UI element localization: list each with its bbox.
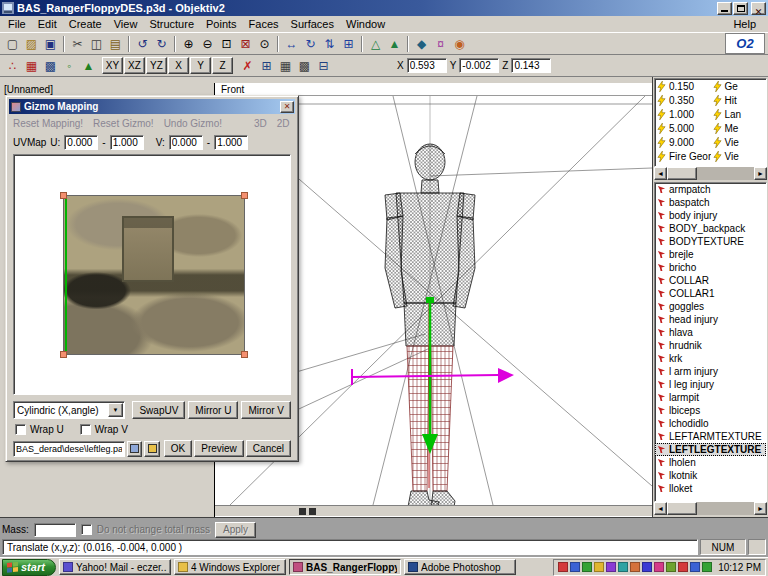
menu-item[interactable]: File xyxy=(2,17,32,31)
uv-handle-top-right[interactable] xyxy=(241,192,248,199)
preview-button[interactable]: Preview xyxy=(194,440,244,457)
select-lasso-icon[interactable]: ▩ xyxy=(41,57,60,75)
lod-item[interactable]: Vie xyxy=(711,135,767,149)
lod-item[interactable]: Hit xyxy=(711,93,767,107)
window-titlebar[interactable]: BAS_RangerFloppyDES.p3d - Objektiv2 xyxy=(0,0,768,16)
menu-item[interactable]: Create xyxy=(63,17,108,31)
splitter-notch[interactable] xyxy=(309,508,316,515)
selection-item[interactable]: baspatch xyxy=(655,196,766,209)
menu-item[interactable]: View xyxy=(108,17,144,31)
maximize-button[interactable] xyxy=(733,2,748,15)
scrollbar-thumb[interactable] xyxy=(667,167,697,180)
selection-item[interactable]: COLLAR1 xyxy=(655,287,766,300)
menu-item[interactable]: Faces xyxy=(243,17,285,31)
axis-toggle-button[interactable]: Y xyxy=(190,57,211,74)
start-button[interactable]: start xyxy=(2,559,56,576)
triangulate-icon[interactable]: ◆ xyxy=(412,35,431,53)
tray-icon[interactable] xyxy=(654,562,664,572)
copy-icon[interactable]: ◫ xyxy=(87,35,106,53)
task-objektiv2[interactable]: BAS_RangerFloppy... xyxy=(289,559,401,575)
zoom-in-icon[interactable]: ⊕ xyxy=(179,35,198,53)
lod-item[interactable]: 1.000 xyxy=(655,107,711,121)
zoom-all-icon[interactable]: ⊠ xyxy=(236,35,255,53)
faces-mode-icon[interactable]: ▦ xyxy=(22,57,41,75)
redo-icon[interactable]: ↻ xyxy=(152,35,171,53)
selection-item[interactable]: hlava xyxy=(655,326,766,339)
u-max-input[interactable] xyxy=(110,135,144,150)
open-folder-icon[interactable]: ▨ xyxy=(22,35,41,53)
lod-item[interactable]: 0.350 xyxy=(655,93,711,107)
fit-view-icon[interactable]: ⊞ xyxy=(339,35,358,53)
dialog-close-button[interactable] xyxy=(280,101,294,113)
selection-item[interactable]: krk xyxy=(655,352,766,365)
tray-icon[interactable] xyxy=(606,562,616,572)
lod-item[interactable]: 5.000 xyxy=(655,121,711,135)
z-coord-input[interactable] xyxy=(511,58,551,73)
delete-selection-icon[interactable]: ✗ xyxy=(238,57,257,75)
close-button[interactable] xyxy=(751,2,766,15)
tray-icon[interactable] xyxy=(666,562,676,572)
selection-item[interactable]: body injury xyxy=(655,209,766,222)
tray-icon[interactable] xyxy=(690,562,700,572)
tray-icon[interactable] xyxy=(642,562,652,572)
scrollbar-thumb[interactable] xyxy=(667,502,697,515)
mirror-u-button[interactable]: Mirror U xyxy=(188,401,238,419)
scroll-left-icon[interactable] xyxy=(654,167,667,180)
scroll-left-icon[interactable] xyxy=(654,502,667,515)
lod-hscrollbar[interactable] xyxy=(654,167,767,180)
selection-item[interactable]: l arm injury xyxy=(655,365,766,378)
lod-item[interactable]: Ge xyxy=(711,79,767,93)
task-yahoo-mail[interactable]: Yahoo! Mail - eczer... xyxy=(59,559,171,575)
render-preview-icon[interactable]: ◉ xyxy=(450,35,469,53)
dialog-toolbar-button[interactable]: Reset Gizmo! xyxy=(93,118,154,129)
selection-item[interactable]: BODYTEXTURE xyxy=(655,235,766,248)
selection-item[interactable]: brejle xyxy=(655,248,766,261)
scrollbar-track[interactable] xyxy=(697,167,754,180)
splitter-notch[interactable] xyxy=(299,508,306,515)
wrap-v-checkbox[interactable] xyxy=(80,424,91,435)
lod-item[interactable]: 9.000 xyxy=(655,135,711,149)
selection-item[interactable]: bricho xyxy=(655,261,766,274)
selection-item[interactable]: lchodidlo xyxy=(655,417,766,430)
selection-item[interactable]: lbiceps xyxy=(655,404,766,417)
swap-uv-button[interactable]: SwapUV xyxy=(132,401,185,419)
tray-icon[interactable] xyxy=(594,562,604,572)
menu-item[interactable]: Surfaces xyxy=(285,17,340,31)
projection-select[interactable]: Cylindric (X,angle) xyxy=(13,401,125,419)
task-adobe-photoshop[interactable]: Adobe Photoshop xyxy=(404,559,516,575)
mirror-v-button[interactable]: Mirror V xyxy=(241,401,291,419)
lod-item[interactable]: Lan xyxy=(711,107,767,121)
undo-icon[interactable]: ↺ xyxy=(133,35,152,53)
u-min-input[interactable] xyxy=(64,135,98,150)
tray-icon[interactable] xyxy=(702,562,712,572)
rotate-view-icon[interactable]: ↻ xyxy=(301,35,320,53)
pan-view-icon[interactable]: ↔ xyxy=(282,35,301,53)
lod-item[interactable]: Fire Geometry xyxy=(655,149,711,163)
axis-toggle-button[interactable]: XY xyxy=(102,57,123,74)
v-max-input[interactable] xyxy=(214,135,248,150)
show-grid-icon[interactable]: ▦ xyxy=(276,57,295,75)
menu-item[interactable]: Window xyxy=(340,17,391,31)
selection-item[interactable]: lkotnik xyxy=(655,469,766,482)
dialog-toolbar-button[interactable]: Undo Gizmo! xyxy=(164,118,222,129)
axis-toggle-button[interactable]: XZ xyxy=(124,57,145,74)
points-mode-icon[interactable]: ∴ xyxy=(3,57,22,75)
selection-item[interactable]: goggles xyxy=(655,300,766,313)
y-coord-input[interactable] xyxy=(459,58,499,73)
new-file-icon[interactable]: ▢ xyxy=(3,35,22,53)
tray-icon[interactable] xyxy=(630,562,640,572)
selection-item[interactable]: lloket xyxy=(655,482,766,495)
selection-item[interactable]: LEFTLEGTEXTURE xyxy=(655,443,766,456)
axis-toggle-button[interactable]: X xyxy=(168,57,189,74)
selection-item[interactable]: hrudnik xyxy=(655,339,766,352)
save-file-icon[interactable]: ▣ xyxy=(41,35,60,53)
minimize-button[interactable] xyxy=(717,2,732,15)
dialog-toolbar-button[interactable]: Reset Mapping! xyxy=(13,118,83,129)
selection-item[interactable]: head injury xyxy=(655,313,766,326)
snap-grid-icon[interactable]: ⊞ xyxy=(257,57,276,75)
scroll-right-icon[interactable] xyxy=(754,502,767,515)
selection-item[interactable]: BODY_backpack xyxy=(655,222,766,235)
tray-icon[interactable] xyxy=(582,562,592,572)
selection-item[interactable]: lholen xyxy=(655,456,766,469)
top-view-icon[interactable]: ⇅ xyxy=(320,35,339,53)
